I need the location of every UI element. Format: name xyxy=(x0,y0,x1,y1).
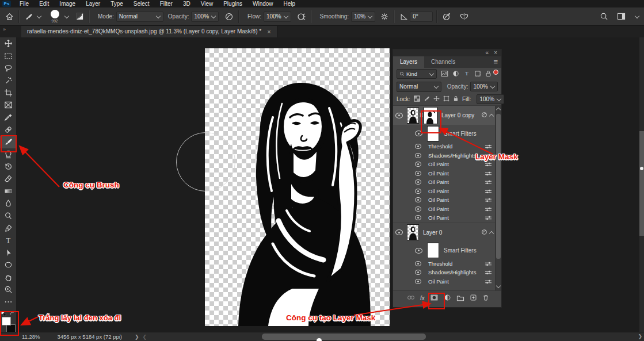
visibility-eye-icon[interactable] xyxy=(415,279,421,284)
menu-item[interactable]: Plugins xyxy=(218,0,247,7)
smart-filter-row[interactable]: Oil Paint xyxy=(393,205,501,214)
frame-tool[interactable] xyxy=(0,99,16,111)
layer-name[interactable]: Layer 0 copy xyxy=(441,112,474,118)
menu-item[interactable]: Filter xyxy=(155,0,178,7)
layer-row-layer-0[interactable]: Layer 0 xyxy=(393,223,501,242)
scroll-right-chevron-icon[interactable]: ❯ xyxy=(638,334,642,339)
lock-all-icon[interactable] xyxy=(453,95,459,103)
visibility-eye-icon[interactable] xyxy=(415,162,421,167)
smart-filters-row[interactable]: Smart Filters xyxy=(393,242,501,259)
history-brush-tool[interactable] xyxy=(0,160,16,173)
visibility-eye-icon[interactable] xyxy=(415,153,421,158)
toggle-brush-settings-icon[interactable] xyxy=(74,10,85,23)
blur-tool[interactable] xyxy=(0,197,16,209)
visibility-eye-icon[interactable] xyxy=(415,270,421,275)
smart-filters-row[interactable]: Smart Filters xyxy=(393,125,501,142)
mask-link-icon[interactable] xyxy=(420,112,423,119)
smart-filter-name[interactable]: Oil Paint xyxy=(428,161,449,167)
filter-blending-options-icon[interactable] xyxy=(485,144,492,151)
zoom-level-field[interactable]: 11.28% xyxy=(22,334,40,340)
eraser-tool[interactable] xyxy=(0,173,16,185)
object-selection-tool[interactable] xyxy=(0,74,16,86)
flow-field[interactable]: 100% xyxy=(264,12,291,22)
visibility-eye-icon[interactable] xyxy=(415,189,421,194)
layer-thumbnail[interactable] xyxy=(407,224,419,240)
menu-item[interactable]: Edit xyxy=(34,0,54,7)
clone-stamp-tool[interactable] xyxy=(0,148,16,160)
layer-opacity-field[interactable]: 100% xyxy=(470,82,498,91)
visibility-eye-icon[interactable] xyxy=(415,197,421,202)
filter-blending-options-icon[interactable] xyxy=(485,270,492,277)
visibility-eye-icon[interactable] xyxy=(415,131,422,136)
filter-blending-options-icon[interactable] xyxy=(485,189,492,196)
lock-artboard-icon[interactable] xyxy=(443,95,449,103)
add-adjustment-layer-icon[interactable] xyxy=(444,294,451,302)
home-icon[interactable] xyxy=(3,10,15,23)
delete-layer-trash-icon[interactable] xyxy=(482,294,489,302)
path-selection-tool[interactable] xyxy=(0,247,16,259)
status-options-chevron-icon[interactable]: ❯ xyxy=(135,334,139,340)
chevron-down-icon[interactable] xyxy=(635,13,639,18)
menu-item[interactable]: Image xyxy=(54,0,81,7)
lock-pixels-icon[interactable] xyxy=(424,95,430,103)
visibility-eye-icon[interactable] xyxy=(415,261,421,266)
filter-blending-options-icon[interactable] xyxy=(485,179,492,186)
visibility-eye-icon[interactable] xyxy=(415,144,421,149)
brush-size-preview[interactable]: 992 xyxy=(47,10,62,23)
toolbar-collapse-icon[interactable]: » xyxy=(3,26,5,32)
smart-filter-name[interactable]: Shadows/Highlights xyxy=(428,269,476,275)
visibility-eye-icon[interactable] xyxy=(415,248,422,254)
menu-item[interactable]: Type xyxy=(105,0,128,7)
smart-filter-row[interactable]: Oil Paint xyxy=(393,213,501,223)
tab-channels[interactable]: Channels xyxy=(424,56,462,68)
smart-filter-name[interactable]: Oil Paint xyxy=(428,278,449,285)
collapse-panel-icon[interactable]: « xyxy=(485,49,489,56)
smart-filter-name[interactable]: Oil Paint xyxy=(428,188,449,194)
workspace-switcher-icon[interactable] xyxy=(615,10,627,23)
crop-tool[interactable] xyxy=(0,87,16,99)
smart-filter-name[interactable]: Oil Paint xyxy=(428,197,449,203)
visibility-eye-icon[interactable] xyxy=(415,179,421,185)
smart-filter-name[interactable]: Threshold xyxy=(428,143,452,150)
filter-type-layers-icon[interactable]: T xyxy=(463,70,470,78)
menu-item[interactable]: View xyxy=(196,0,219,7)
filter-blending-options-icon[interactable] xyxy=(485,197,492,204)
layer-filtering-toggle[interactable] xyxy=(493,70,498,75)
move-tool[interactable] xyxy=(0,37,16,49)
horizontal-scrollbar-thumb[interactable] xyxy=(262,334,426,340)
scroll-up-icon[interactable] xyxy=(496,108,501,112)
pen-tool[interactable] xyxy=(0,222,16,234)
foreground-background-swatches[interactable] xyxy=(2,317,16,333)
visibility-eye-icon[interactable] xyxy=(415,206,421,212)
layer-row-layer-0-copy[interactable]: Layer 0 copy xyxy=(393,106,501,125)
brush-tool[interactable] xyxy=(0,136,16,148)
opacity-field[interactable]: 100% xyxy=(191,12,219,22)
add-layer-mask-icon[interactable] xyxy=(430,294,439,302)
chevron-down-icon[interactable] xyxy=(37,13,41,18)
new-layer-icon[interactable] xyxy=(470,294,477,302)
layer-name[interactable]: Layer 0 xyxy=(423,229,442,236)
smart-filter-row[interactable]: Oil Paint xyxy=(393,160,501,169)
layer-effects-fx-icon[interactable]: fx xyxy=(420,295,425,301)
visibility-eye-icon[interactable] xyxy=(415,215,421,220)
smart-filter-row[interactable]: Oil Paint xyxy=(393,178,501,187)
hand-tool[interactable] xyxy=(0,271,16,283)
rectangular-marquee-tool[interactable] xyxy=(0,49,16,62)
smart-filter-badge-icon[interactable] xyxy=(481,229,487,236)
smart-filter-row[interactable]: Threshold xyxy=(393,259,501,269)
scroll-down-icon[interactable] xyxy=(496,283,501,288)
filter-kind-dropdown[interactable]: Kind xyxy=(397,69,437,79)
smart-filter-row[interactable]: Shadows/Highlights xyxy=(393,268,501,277)
pressure-size-icon[interactable] xyxy=(441,10,452,23)
spot-healing-brush-tool[interactable] xyxy=(0,124,16,136)
new-group-folder-icon[interactable] xyxy=(456,294,464,302)
smart-filter-name[interactable]: Threshold xyxy=(428,260,452,267)
chevron-down-icon[interactable] xyxy=(64,13,69,18)
brush-angle-field[interactable]: 0° xyxy=(410,12,433,22)
foreground-color-swatch[interactable] xyxy=(2,317,11,325)
smart-filter-row[interactable]: Oil Paint xyxy=(393,196,501,205)
smart-filter-name[interactable]: Oil Paint xyxy=(428,170,449,177)
smart-filter-name[interactable]: Oil Paint xyxy=(428,179,449,185)
edit-toolbar-ellipsis-icon[interactable] xyxy=(0,296,16,308)
search-icon[interactable] xyxy=(598,10,609,23)
